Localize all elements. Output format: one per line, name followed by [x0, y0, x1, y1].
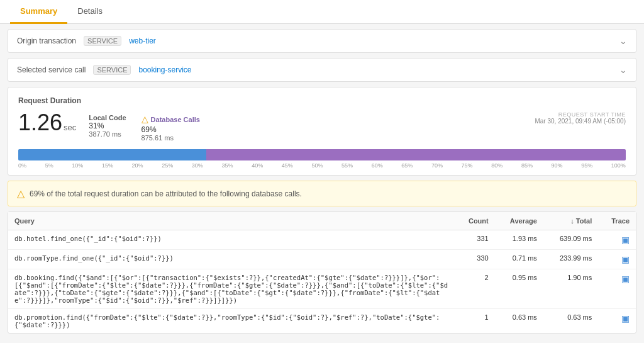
progress-label-40: 40%	[252, 162, 263, 169]
tab-bar: Summary Details	[0, 0, 644, 24]
origin-transaction-label: Origin transaction	[17, 37, 76, 45]
cell-total-2: 1.90 ms	[543, 269, 598, 309]
cell-average-1: 0.71 ms	[495, 250, 543, 269]
request-time-block: REQUEST START TIME Mar 30, 2021, 09:49 A…	[535, 111, 626, 125]
cell-average-3: 0.63 ms	[495, 309, 543, 334]
progress-labels: 0% 5% 10% 15% 20% 25% 30% 35% 40% 45% 50…	[18, 162, 626, 169]
table-row: db.promotion.find({"fromDate":{"$lte":{"…	[8, 309, 636, 334]
request-duration-card: Request Duration 1.26sec Local Code 31% …	[8, 87, 636, 176]
cell-trace-2[interactable]: ▣	[598, 269, 636, 309]
table-body: db.hotel.find_one({"_id":{"$oid":?}}) 33…	[8, 230, 636, 334]
progress-label-10: 10%	[72, 162, 83, 169]
table-row: db.hotel.find_one({"_id":{"$oid":?}}) 33…	[8, 230, 636, 250]
selected-service-call-badge: SERVICE	[93, 65, 131, 75]
col-trace: Trace	[598, 212, 636, 230]
database-calls-pct: 69%	[142, 125, 200, 134]
progress-bar-container: 0% 5% 10% 15% 20% 25% 30% 35% 40% 45% 50…	[18, 149, 626, 169]
selected-service-call-left: Selected service call SERVICE booking-se…	[17, 65, 192, 75]
cell-query-3: db.promotion.find({"fromDate":{"$lte":{"…	[8, 309, 455, 334]
local-code-label: Local Code	[89, 114, 126, 121]
cell-total-0: 639.09 ms	[543, 230, 598, 250]
selected-service-call-label: Selected service call	[17, 65, 86, 74]
progress-label-70: 70%	[431, 162, 443, 169]
progress-label-80: 80%	[491, 162, 502, 169]
origin-transaction-chevron: ⌄	[619, 36, 627, 46]
table-row: db.booking.find({"$and":[{"$or":[{"trans…	[8, 269, 636, 309]
cell-count-1: 330	[455, 250, 494, 269]
col-query: Query	[8, 212, 455, 230]
tab-summary[interactable]: Summary	[10, 0, 67, 24]
database-calls-table: Query Count Average ↓ Total Trace db.hot…	[8, 211, 636, 334]
tab-details[interactable]: Details	[67, 0, 113, 24]
cell-count-2: 2	[455, 269, 494, 309]
col-average: Average	[495, 212, 543, 230]
request-start-time-label: REQUEST START TIME	[535, 111, 626, 118]
col-total: ↓ Total	[543, 212, 598, 230]
progress-label-55: 55%	[341, 162, 353, 169]
warning-triangle-icon: △	[17, 188, 25, 200]
progress-label-30: 30%	[192, 162, 203, 169]
selected-service-call-section[interactable]: Selected service call SERVICE booking-se…	[8, 58, 636, 82]
progress-label-15: 15%	[102, 162, 113, 169]
origin-transaction-value: web-tier	[129, 37, 156, 45]
cell-average-2: 0.95 ms	[495, 269, 543, 309]
local-code-ms: 387.70 ms	[89, 130, 126, 138]
cell-trace-1[interactable]: ▣	[598, 250, 636, 269]
progress-label-5: 5%	[45, 162, 53, 169]
progress-label-20: 20%	[132, 162, 143, 169]
duration-value: 1.26	[18, 110, 62, 135]
bar-blue-segment	[18, 149, 206, 160]
cell-trace-3[interactable]: ▣	[598, 309, 636, 334]
progress-bar	[18, 149, 626, 160]
duration-metrics: Local Code 31% 387.70 ms △ Database Call…	[89, 114, 200, 142]
trace-link-icon-3[interactable]: ▣	[621, 313, 630, 323]
cell-query-2: db.booking.find({"$and":[{"$or":[{"trans…	[8, 269, 455, 309]
progress-label-60: 60%	[372, 162, 383, 169]
origin-transaction-left: Origin transaction SERVICE web-tier	[17, 36, 156, 46]
progress-label-100: 100%	[611, 162, 626, 169]
duration-title: Request Duration	[18, 96, 626, 105]
origin-transaction-section[interactable]: Origin transaction SERVICE web-tier ⌄	[8, 29, 636, 53]
cell-trace-0[interactable]: ▣	[598, 230, 636, 250]
local-code-metric: Local Code 31% 387.70 ms	[89, 114, 126, 142]
trace-link-icon-2[interactable]: ▣	[621, 274, 630, 284]
progress-label-90: 90%	[552, 162, 563, 169]
cell-total-1: 233.99 ms	[543, 250, 598, 269]
progress-label-35: 35%	[221, 162, 233, 169]
progress-label-75: 75%	[462, 162, 473, 169]
origin-transaction-badge: SERVICE	[84, 36, 121, 46]
db-warning-icon: △	[142, 114, 148, 124]
trace-link-icon-1[interactable]: ▣	[621, 254, 630, 264]
warning-text: 69% of the total request duration can be…	[30, 189, 302, 198]
progress-label-65: 65%	[401, 162, 413, 169]
duration-unit: sec	[64, 123, 76, 132]
table-row: db.roomType.find_one({"_id":{"$oid":?}})…	[8, 250, 636, 269]
col-count: Count	[455, 212, 494, 230]
progress-label-50: 50%	[311, 162, 323, 169]
cell-count-0: 331	[455, 230, 494, 250]
database-calls-label: Database Calls	[151, 116, 200, 123]
bar-purple-segment	[206, 149, 626, 160]
progress-label-95: 95%	[581, 162, 592, 169]
duration-left: 1.26sec Local Code 31% 387.70 ms △ Datab…	[18, 111, 200, 142]
cell-total-3: 0.63 ms	[543, 309, 598, 334]
cell-average-0: 1.93 ms	[495, 230, 543, 250]
table-header-row: Query Count Average ↓ Total Trace	[8, 212, 636, 230]
duration-header: 1.26sec Local Code 31% 387.70 ms △ Datab…	[18, 111, 626, 142]
progress-label-25: 25%	[162, 162, 173, 169]
database-calls-ms: 875.61 ms	[142, 134, 200, 142]
request-start-time-value: Mar 30, 2021, 09:49 AM (-05:00)	[535, 118, 626, 125]
queries-table: Query Count Average ↓ Total Trace db.hot…	[8, 212, 636, 333]
main-container: Summary Details Origin transaction SERVI…	[0, 0, 644, 343]
database-calls-metric: △ Database Calls 69% 875.61 ms	[142, 114, 200, 142]
selected-service-call-chevron: ⌄	[619, 65, 627, 75]
progress-label-0: 0%	[18, 162, 26, 169]
trace-link-icon-0[interactable]: ▣	[621, 235, 630, 245]
duration-value-block: 1.26sec	[18, 111, 76, 134]
progress-label-45: 45%	[282, 162, 293, 169]
local-code-pct: 31%	[89, 121, 126, 130]
progress-label-85: 85%	[521, 162, 533, 169]
warning-banner: △ 69% of the total request duration can …	[8, 181, 636, 206]
selected-service-call-value: booking-service	[138, 65, 191, 74]
cell-query-1: db.roomType.find_one({"_id":{"$oid":?}})	[8, 250, 455, 269]
